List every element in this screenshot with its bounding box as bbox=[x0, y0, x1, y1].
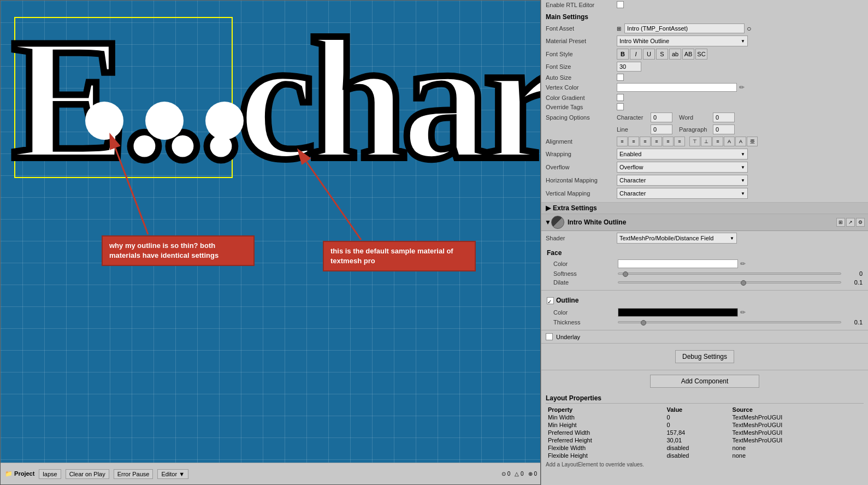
wrapping-label: Wrapping bbox=[546, 151, 617, 157]
hr-3 bbox=[541, 343, 868, 344]
style-btn-strikethrough[interactable]: S bbox=[656, 49, 668, 60]
word-spacing-input[interactable] bbox=[713, 113, 735, 122]
outline-checkbox[interactable] bbox=[547, 297, 554, 304]
outline-color-swatch[interactable] bbox=[618, 308, 738, 317]
layout-row-property: Flexible Width bbox=[546, 444, 664, 452]
horizontal-mapping-row: Horizontal Mapping Character bbox=[546, 174, 864, 187]
wrapping-dropdown[interactable]: Enabled bbox=[617, 149, 748, 159]
align-btn-flush[interactable]: ≡ bbox=[674, 137, 685, 146]
align-btn-left-justify[interactable]: ≡ bbox=[617, 137, 628, 146]
auto-size-checkbox[interactable] bbox=[617, 74, 624, 81]
outline-thickness-slider-row: 0.1 bbox=[618, 319, 863, 326]
status-icons: ⊙ 0 △ 0 ⊕ 0 bbox=[501, 471, 537, 477]
align-btn-bot[interactable]: ≡ bbox=[712, 137, 723, 146]
spacing-line-value-container: Line Paragraph bbox=[617, 125, 864, 134]
layout-row-property: Min Width bbox=[546, 413, 664, 421]
align-btn-top[interactable]: ⊤ bbox=[689, 137, 700, 146]
style-btn-uppercase[interactable]: AB bbox=[682, 49, 694, 60]
style-btn-underline[interactable]: U bbox=[643, 49, 655, 60]
clear-on-play-button[interactable]: Clear on Play bbox=[66, 469, 109, 479]
override-tags-checkbox[interactable] bbox=[617, 103, 624, 110]
font-asset-value-container: ⊞ Intro (TMP_FontAsset) ○ bbox=[617, 23, 864, 33]
underlay-checkbox[interactable] bbox=[546, 333, 553, 340]
material-edit-btn[interactable]: ↗ bbox=[846, 218, 855, 227]
outline-color-label: Color bbox=[547, 309, 618, 316]
material-gear-btn[interactable]: ⚙ bbox=[856, 218, 865, 227]
outline-color-edit-icon[interactable]: ✏ bbox=[740, 309, 746, 316]
outline-thickness-slider-track[interactable] bbox=[618, 321, 841, 323]
enable-rtl-checkbox[interactable] bbox=[617, 1, 624, 8]
character-spacing-input[interactable] bbox=[651, 113, 672, 122]
outline-thickness-slider-thumb[interactable] bbox=[641, 320, 646, 326]
wrapping-row: Wrapping Enabled bbox=[546, 147, 864, 161]
extra-settings-toggle[interactable]: ▶ Extra Settings bbox=[541, 203, 868, 214]
material-preset-value-container: Intro White Outline bbox=[617, 36, 864, 46]
dot-2 bbox=[145, 102, 184, 140]
face-dilate-slider-row: 0.1 bbox=[618, 279, 863, 286]
lapse-button[interactable]: lapse bbox=[39, 469, 61, 479]
canvas-area: E...char bbox=[0, 0, 541, 485]
font-size-row: Font Size bbox=[546, 61, 864, 73]
add-component-button[interactable]: Add Component bbox=[650, 375, 759, 388]
font-style-label: Font Style bbox=[546, 51, 617, 57]
extra-settings-arrow: ▶ bbox=[546, 204, 551, 212]
shader-dropdown[interactable]: TextMeshPro/Mobile/Distance Field bbox=[617, 233, 737, 244]
align-btn-a[interactable]: A bbox=[724, 137, 735, 146]
editor-dropdown-button[interactable]: Editor ▼ bbox=[157, 469, 188, 479]
layout-table-row: Flexible Heightdisablednone bbox=[546, 452, 864, 459]
face-color-edit-icon[interactable]: ✏ bbox=[740, 260, 746, 268]
material-view-btn[interactable]: ⊞ bbox=[836, 218, 845, 227]
line-spacing-input[interactable] bbox=[651, 125, 672, 134]
font-asset-circle-icon[interactable]: ○ bbox=[747, 24, 751, 33]
face-color-swatch[interactable] bbox=[618, 259, 738, 268]
face-softness-slider-track[interactable] bbox=[618, 273, 841, 275]
dot-3 bbox=[205, 102, 244, 140]
extra-settings-label: Extra Settings bbox=[553, 204, 597, 212]
expand-arrow[interactable]: ▼ bbox=[545, 218, 548, 226]
debug-settings-button[interactable]: Debug Settings bbox=[675, 350, 734, 363]
horizontal-mapping-dropdown[interactable]: Character bbox=[617, 175, 748, 186]
layout-props-title: Layout Properties bbox=[546, 394, 864, 404]
color-gradient-checkbox[interactable] bbox=[617, 94, 624, 101]
vertex-color-swatch[interactable] bbox=[617, 83, 737, 92]
outline-thickness-value-container: 0.1 bbox=[618, 319, 863, 326]
align-btn-a3[interactable]: 亜 bbox=[747, 137, 758, 146]
face-dilate-value: 0.1 bbox=[843, 279, 863, 286]
style-btn-smallcaps[interactable]: SC bbox=[695, 49, 707, 60]
face-color-row: Color ✏ bbox=[547, 258, 863, 269]
font-size-input[interactable] bbox=[617, 62, 641, 72]
face-dilate-value-container: 0.1 bbox=[618, 279, 863, 286]
align-btn-justify[interactable]: ≡ bbox=[663, 137, 674, 146]
material-preset-row: Material Preset Intro White Outline bbox=[546, 34, 864, 48]
layout-row-source: TextMeshProUGUI bbox=[730, 429, 864, 436]
spacing-grid: Character Word bbox=[617, 113, 740, 122]
overflow-dropdown[interactable]: Overflow bbox=[617, 162, 748, 173]
align-btn-center[interactable]: ≡ bbox=[640, 137, 651, 146]
face-dilate-slider-thumb[interactable] bbox=[741, 280, 746, 286]
style-btn-lowercase[interactable]: ab bbox=[669, 49, 681, 60]
layout-row-property: Flexible Height bbox=[546, 452, 664, 459]
error-pause-button[interactable]: Error Pause bbox=[114, 469, 153, 479]
paragraph-spacing-input[interactable] bbox=[713, 125, 735, 134]
font-asset-field[interactable]: Intro (TMP_FontAsset) bbox=[624, 23, 745, 33]
style-btn-italic[interactable]: I bbox=[630, 49, 642, 60]
align-btn-right[interactable]: ≡ bbox=[651, 137, 662, 146]
align-btn-a2[interactable]: A bbox=[735, 137, 746, 146]
app-layout: E...char bbox=[0, 0, 868, 485]
align-btn-left[interactable]: ≡ bbox=[628, 137, 639, 146]
horizontal-mapping-value-container: Character bbox=[617, 175, 864, 186]
vertical-mapping-dropdown[interactable]: Character bbox=[617, 188, 748, 199]
align-btn-mid[interactable]: ⊥ bbox=[701, 137, 712, 146]
vertex-color-edit-icon[interactable]: ✏ bbox=[739, 84, 745, 91]
style-btn-bold[interactable]: B bbox=[617, 49, 629, 60]
face-softness-value: 0 bbox=[843, 270, 863, 277]
dots-row bbox=[85, 102, 244, 140]
material-preset-dropdown[interactable]: Intro White Outline bbox=[617, 36, 748, 46]
face-color-label: Color bbox=[547, 261, 618, 267]
layout-properties-section: Layout Properties Property Value Source … bbox=[541, 391, 868, 471]
face-softness-slider-thumb[interactable] bbox=[623, 271, 628, 277]
face-dilate-slider-track[interactable] bbox=[618, 281, 841, 283]
font-asset-type-icon: ⊞ bbox=[617, 26, 621, 32]
face-title: Face bbox=[547, 247, 863, 258]
layout-row-source: TextMeshProUGUI bbox=[730, 436, 864, 444]
